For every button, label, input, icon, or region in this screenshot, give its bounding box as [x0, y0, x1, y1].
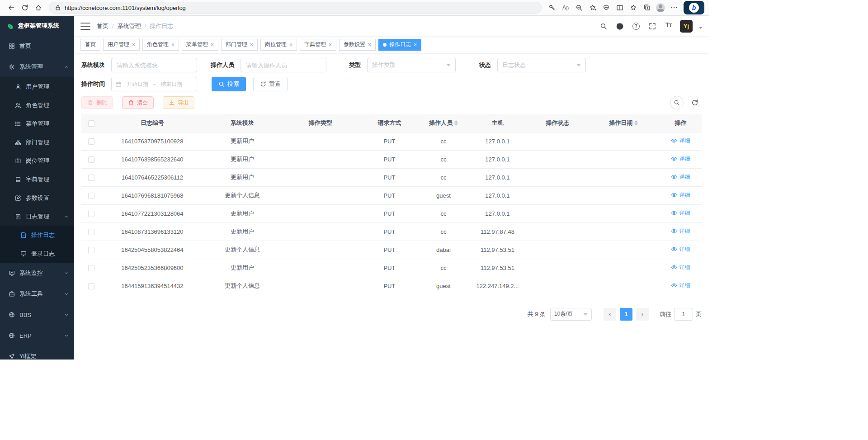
search-button[interactable]: 搜索 [212, 77, 246, 91]
tab-home[interactable]: 首页 [80, 39, 100, 51]
status-select[interactable]: 日志状态 [497, 58, 586, 72]
fullscreen-button[interactable] [647, 21, 657, 31]
close-icon[interactable]: × [211, 42, 214, 47]
close-icon[interactable]: × [250, 42, 253, 47]
profile-button[interactable] [654, 1, 667, 14]
sidebar-item-erp[interactable]: ERP [0, 325, 74, 346]
close-icon[interactable]: × [368, 42, 371, 47]
row-checkbox[interactable] [88, 211, 94, 217]
date-start-input[interactable] [123, 81, 151, 87]
prev-page-button[interactable]: ‹ [604, 308, 616, 321]
table-row[interactable]: 1642504558053822464 更新个人信息 PUT dabai 112… [81, 241, 702, 259]
header-search-button[interactable] [599, 21, 609, 31]
goto-page-input[interactable] [674, 308, 693, 321]
home-button[interactable] [32, 1, 45, 14]
detail-link[interactable]: 详细 [671, 191, 690, 199]
detail-link[interactable]: 详细 [671, 137, 690, 145]
collections-button[interactable] [640, 1, 654, 14]
next-page-button[interactable]: › [636, 308, 649, 321]
refresh-table-button[interactable] [688, 96, 702, 109]
sidebar-item-home[interactable]: 首页 [0, 36, 74, 57]
close-icon[interactable]: × [414, 42, 417, 47]
sidebar-item-dict-mgmt[interactable]: 字典管理 [0, 170, 74, 189]
sidebar-item-user-mgmt[interactable]: 用户管理 [0, 77, 74, 96]
github-button[interactable] [615, 21, 625, 31]
tab-dept-mgmt[interactable]: 部门管理× [221, 39, 258, 51]
sidebar-item-log-mgmt[interactable]: 日志管理 [0, 207, 74, 226]
table-row[interactable]: 1641076398565232640 更新用户 PUT cc 127.0.0.… [81, 150, 702, 168]
tab-dict-mgmt[interactable]: 字典管理× [300, 39, 336, 51]
breadcrumb-item[interactable]: 首页 [97, 22, 108, 30]
clear-button[interactable]: 清空 [122, 96, 154, 109]
detail-link[interactable]: 详细 [671, 227, 690, 235]
table-row[interactable]: 1642505235366809600 更新用户 PUT cc 112.97.5… [81, 259, 702, 277]
sort-icon[interactable] [634, 120, 638, 126]
select-all-checkbox[interactable] [88, 120, 94, 127]
detail-link[interactable]: 详细 [671, 209, 690, 217]
close-icon[interactable]: × [171, 42, 175, 47]
table-row[interactable]: 1641076968181075968 更新个人信息 PUT guest 127… [81, 186, 702, 204]
tab-user-mgmt[interactable]: 用户管理× [103, 39, 140, 51]
sidebar-toggle-button[interactable] [80, 23, 90, 30]
breadcrumb-item[interactable]: 系统管理 [118, 22, 141, 30]
tab-param-settings[interactable]: 参数设置× [339, 39, 376, 51]
export-button[interactable]: 导出 [163, 96, 194, 109]
sidebar-item-role-mgmt[interactable]: 角色管理 [0, 96, 74, 114]
close-icon[interactable]: × [329, 42, 332, 47]
sort-icon[interactable] [454, 120, 458, 126]
detail-link[interactable]: 详细 [671, 282, 690, 289]
row-checkbox[interactable] [88, 138, 94, 145]
table-row[interactable]: 1644159136394514432 更新个人信息 PUT guest 122… [81, 277, 702, 295]
row-checkbox[interactable] [88, 229, 94, 235]
toggle-search-button[interactable] [670, 96, 684, 109]
page-size-select[interactable]: 10条/页 [550, 308, 592, 321]
browser-essentials-button[interactable] [599, 1, 613, 14]
row-checkbox[interactable] [88, 175, 94, 181]
sidebar-item-oper-log[interactable]: 操作日志 [0, 226, 74, 244]
close-icon[interactable]: × [132, 42, 135, 47]
password-button[interactable] [545, 1, 559, 14]
row-checkbox[interactable] [88, 193, 94, 199]
font-size-button[interactable]: TT [664, 21, 674, 31]
sidebar-item-menu-mgmt[interactable]: 菜单管理 [0, 114, 74, 133]
sidebar-item-post-mgmt[interactable]: 岗位管理 [0, 151, 74, 170]
sidebar-item-system-monitor[interactable]: 系统监控 [0, 263, 74, 284]
table-row[interactable]: 1641087313696133120 更新用户 PUT cc 112.97.8… [81, 222, 702, 241]
table-row[interactable]: 1641076370975100928 更新用户 PUT cc 127.0.0.… [81, 132, 702, 150]
table-row[interactable]: 1641076465225306112 更新用户 PUT cc 127.0.0.… [81, 168, 702, 186]
type-select[interactable]: 操作类型 [367, 58, 456, 72]
sidebar-item-system-tools[interactable]: 系统工具 [0, 284, 74, 304]
user-avatar-logo[interactable]: Yj [680, 20, 693, 33]
sidebar-item-param-settings[interactable]: 参数设置 [0, 189, 74, 207]
detail-link[interactable]: 详细 [671, 264, 690, 271]
reset-button[interactable]: 重置 [253, 77, 288, 91]
back-button[interactable] [5, 1, 18, 14]
page-number-button[interactable]: 1 [620, 308, 632, 321]
app-logo[interactable]: 意框架管理系统 [0, 16, 74, 36]
date-end-input[interactable] [157, 81, 185, 87]
sidebar-item-system-mgmt[interactable]: 系统管理 [0, 57, 74, 77]
favorites-button[interactable] [627, 1, 640, 14]
read-aloud-button[interactable]: A)) [559, 1, 572, 14]
tab-role-mgmt[interactable]: 角色管理× [142, 39, 179, 51]
delete-button[interactable]: 删除 [81, 96, 113, 109]
close-icon[interactable]: × [289, 42, 292, 47]
split-screen-button[interactable] [613, 1, 627, 14]
row-checkbox[interactable] [88, 247, 94, 253]
sidebar-item-yi-framework[interactable]: Yi框架 [0, 346, 74, 360]
date-range-picker[interactable]: - [111, 77, 197, 91]
detail-link[interactable]: 详细 [671, 155, 690, 163]
row-checkbox[interactable] [88, 156, 94, 163]
avatar-caret-icon[interactable] [699, 27, 703, 29]
table-row[interactable]: 1641077221303128064 更新用户 PUT cc 127.0.0.… [81, 204, 702, 222]
sidebar-item-login-log[interactable]: 登录日志 [0, 244, 74, 263]
address-bar[interactable]: https://ccnetcore.com:1101/system/log/op… [49, 2, 542, 14]
detail-link[interactable]: 详细 [671, 173, 690, 181]
row-checkbox[interactable] [88, 265, 94, 271]
sidebar-item-dept-mgmt[interactable]: 部门管理 [0, 133, 74, 151]
zoom-out-button[interactable] [572, 1, 586, 14]
sidebar-item-bbs[interactable]: BBS [0, 304, 74, 325]
add-favorite-button[interactable] [586, 1, 599, 14]
copilot-button[interactable]: b [684, 1, 704, 14]
refresh-button[interactable] [18, 1, 32, 14]
